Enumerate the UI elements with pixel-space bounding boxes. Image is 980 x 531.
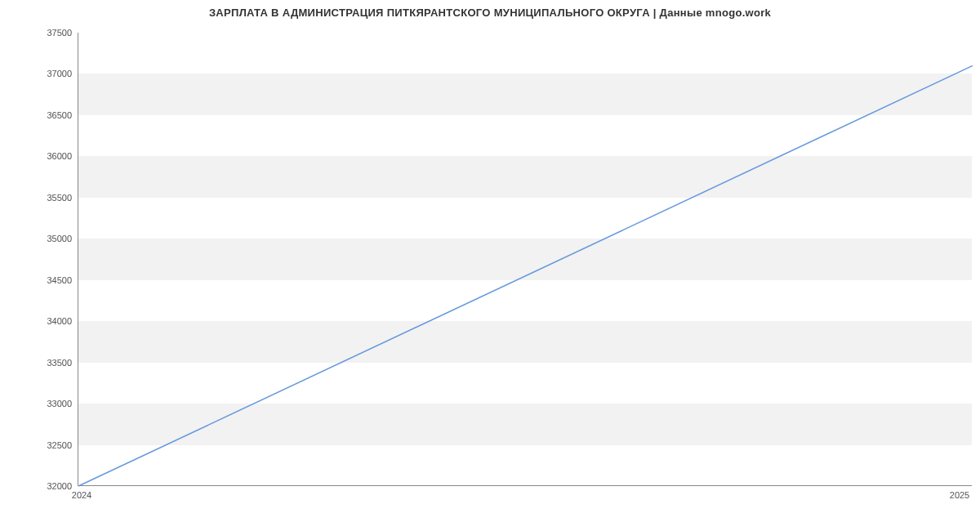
y-tick-label: 35500: [47, 193, 72, 203]
y-tick-label: 37500: [47, 28, 72, 38]
y-tick-label: 32000: [47, 481, 72, 491]
chart-title: ЗАРПЛАТА В АДМИНИСТРАЦИЯ ПИТКЯРАНТСКОГО …: [0, 7, 980, 19]
chart-line-svg: [78, 33, 972, 485]
y-tick-label: 35000: [47, 234, 72, 243]
y-tick-label: 34000: [47, 316, 72, 326]
y-tick-label: 34500: [47, 275, 72, 285]
x-tick-label: 2025: [950, 490, 969, 500]
y-tick-label: 37000: [47, 69, 72, 78]
y-tick-label: 36000: [47, 151, 72, 161]
y-tick-label: 33000: [47, 399, 72, 408]
plot-area: [78, 33, 972, 486]
y-tick-label: 33500: [47, 358, 72, 368]
data-line: [78, 65, 973, 486]
y-tick-label: 36500: [47, 110, 72, 120]
chart-container: ЗАРПЛАТА В АДМИНИСТРАЦИЯ ПИТКЯРАНТСКОГО …: [0, 0, 980, 531]
x-tick-label: 2024: [72, 490, 91, 500]
y-tick-label: 32500: [47, 440, 72, 450]
